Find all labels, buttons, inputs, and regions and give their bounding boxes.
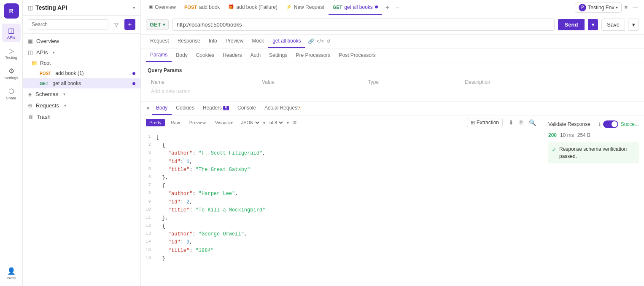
encoding-select[interactable]: utf8 [268, 120, 284, 126]
nav-root[interactable]: 📁 Root [23, 58, 140, 68]
search-input[interactable] [28, 19, 108, 29]
response-tabs-bar: ▾ Body Cookies Headers 5 Console Actual … [141, 102, 644, 115]
req-tab-get-all-books[interactable]: get all books [268, 35, 305, 48]
minimize-icon[interactable]: — [630, 4, 641, 11]
req-tab-mock[interactable]: Mock [248, 35, 268, 48]
col-name: Name [148, 78, 259, 87]
nav-root-label: Root [40, 60, 51, 66]
plus-icon: + [128, 21, 132, 28]
send-button[interactable]: Send [558, 19, 585, 30]
sidebar-item-testing[interactable]: ▷ Testing [2, 44, 21, 62]
format-select[interactable]: JSON XML Text [240, 120, 261, 126]
post-processors-tab[interactable]: Post Processors [335, 49, 380, 61]
tab-overview[interactable]: ▣ Overview [144, 0, 180, 15]
preview-button[interactable]: Preview [186, 119, 209, 126]
settings-tab[interactable]: Settings [265, 49, 291, 61]
req-tab-preview[interactable]: Preview [221, 35, 248, 48]
res-tab-headers[interactable]: Headers 5 [199, 102, 233, 115]
body-tab[interactable]: Body [172, 49, 191, 61]
req-tab-response[interactable]: Response [173, 35, 205, 48]
menu-icon[interactable]: ≡ [622, 4, 630, 11]
main-area: ▣ Overview POST add book 🎁 add book (Fai… [141, 0, 644, 286]
response-body-area: Pretty Raw Preview Visualize JSON XML Te… [141, 115, 644, 261]
params-table: Name Value Type Description Add a new pa… [148, 78, 637, 96]
refresh-icon[interactable]: ↺ [326, 38, 331, 44]
success-message: ✓ Response schema verification passed. [548, 142, 639, 163]
tab-more-button[interactable]: ··· [393, 4, 402, 11]
save-dropdown-button[interactable]: ▾ [628, 19, 639, 31]
info-icon[interactable]: ℹ [599, 122, 601, 127]
sidebar-item-invite-label: Invite [7, 276, 16, 280]
nav-trash-label: Trash [37, 114, 51, 120]
res-tab-actual-request[interactable]: Actual Request• [260, 102, 305, 115]
actual-req-dot: • [299, 105, 300, 111]
sidebar-item-settings[interactable]: ⚙ Settings [2, 64, 21, 83]
search-response-icon[interactable]: 🔍 [527, 118, 538, 127]
method-select[interactable]: GET ▾ [146, 19, 169, 30]
link-icon[interactable]: 🔗 [308, 38, 314, 44]
env-selector[interactable]: P Testing Env ▾ [575, 3, 622, 13]
search-bar: ▽ + [23, 16, 140, 34]
dot-indicator-2 [132, 82, 135, 85]
url-input[interactable] [172, 19, 555, 31]
req-tab-info[interactable]: Info [205, 35, 221, 48]
res-tab-console[interactable]: Console [233, 102, 260, 115]
raw-button[interactable]: Raw [167, 119, 183, 126]
pre-processors-tab[interactable]: Pre Processors [291, 49, 334, 61]
nav-apis-label: APIs [36, 49, 48, 56]
sidebar-item-apis-label: APIs [7, 35, 15, 40]
app-icon: R [4, 3, 19, 19]
download-icon[interactable]: ⬇ [507, 118, 515, 127]
res-tab-body[interactable]: Body [152, 102, 172, 115]
params-tab[interactable]: Params [146, 48, 172, 62]
sidebar-item-share[interactable]: ⬡ Share [2, 84, 21, 103]
code-icon[interactable]: </> [317, 38, 324, 44]
chevron-right-icon: ▾ [53, 50, 55, 55]
share-icon: ⬡ [8, 87, 14, 95]
content-area: Params Body Cookies Headers Auth Setting… [141, 48, 644, 286]
auth-tab[interactable]: Auth [246, 49, 265, 61]
table-row: 3 "author": "F. Scott Fitzgerald", [141, 150, 543, 158]
tab-get-all-books[interactable]: GET get all books [329, 0, 382, 15]
requests-icon: ⊕ [28, 102, 32, 109]
icon-sidebar: R ◫ APIs ▷ Testing ⚙ Settings ⬡ Share 👤 … [0, 0, 23, 286]
nav-get-all-books[interactable]: GET get all books [23, 78, 140, 88]
code-editor: 1[2 {3 "author": "F. Scott Fitzgerald",4… [141, 130, 543, 261]
params-tabs: Params Body Cookies Headers Auth Setting… [141, 48, 644, 62]
res-tab-cookies[interactable]: Cookies [172, 102, 198, 115]
chevron-enc-icon: ▾ [287, 120, 289, 125]
nav-trash[interactable]: 🗑 Trash [23, 111, 140, 123]
add-param-row[interactable]: Add a new param [148, 87, 637, 96]
nav-requests[interactable]: ⊕ Requests ▾ [23, 100, 140, 111]
nav-schemas[interactable]: ◈ Schemas ▾ [23, 88, 140, 100]
nav-apis[interactable]: ◫ APIs ▾ [23, 47, 140, 58]
tab-post-add-book[interactable]: POST add book [180, 0, 224, 15]
send-dropdown-button[interactable]: ▾ [588, 19, 598, 30]
filter-button[interactable]: ▽ [111, 19, 122, 30]
nav-overview[interactable]: ▣ Overview [23, 35, 140, 47]
validate-toggle[interactable] [603, 120, 618, 128]
copy-icon[interactable]: ⎘ [518, 118, 525, 127]
table-row: 13 "author": "George Orwell", [141, 230, 543, 238]
pretty-button[interactable]: Pretty [146, 119, 165, 126]
tabs-bar: ▣ Overview POST add book 🎁 add book (Fai… [141, 0, 644, 15]
tab-add-book-failure[interactable]: 🎁 add book (Failure) [224, 0, 281, 15]
collection-panel: ◫ Testing API ▾ ▽ + ▣ Overview ◫ APIs ▾ … [23, 0, 141, 286]
table-row: 2 { [141, 142, 543, 150]
save-button[interactable]: Save [601, 19, 625, 31]
nav-post-add-book[interactable]: POST add book (1) [23, 68, 140, 78]
testing-icon: ▷ [9, 47, 14, 55]
lines-icon[interactable]: ≡ [291, 118, 298, 127]
collapse-button[interactable]: ▾ [144, 102, 152, 115]
tab-add-button[interactable]: + [382, 4, 393, 11]
extraction-button[interactable]: ⊞ Extraction [467, 118, 503, 127]
sidebar-item-invite[interactable]: 👤 Invite [2, 264, 21, 283]
req-tab-request[interactable]: Request [146, 35, 173, 48]
table-row: 5 "title": "The Great Gatsby" [141, 166, 543, 174]
cookies-tab[interactable]: Cookies [192, 49, 218, 61]
sidebar-item-apis[interactable]: ◫ APIs [2, 24, 21, 42]
tab-new-request[interactable]: ⚡ New Request [282, 0, 329, 15]
add-button[interactable]: + [124, 19, 135, 30]
headers-tab[interactable]: Headers [218, 49, 246, 61]
visualize-button[interactable]: Visualize [212, 119, 237, 126]
